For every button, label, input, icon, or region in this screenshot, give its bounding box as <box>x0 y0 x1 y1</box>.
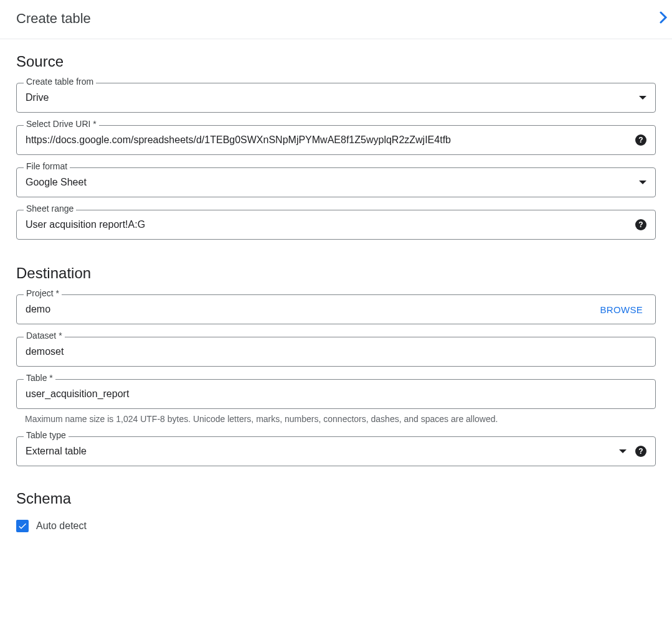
dropdown-arrow-icon <box>619 449 627 453</box>
create-table-from-field: Create table from Drive <box>16 83 656 113</box>
dialog-title: Create table <box>16 11 91 27</box>
table-type-label: Table type <box>24 430 69 440</box>
help-icon[interactable]: ? <box>635 219 646 230</box>
drive-uri-label: Select Drive URI * <box>24 119 99 129</box>
source-section-title: Source <box>16 53 656 70</box>
file-format-field: File format Google Sheet <box>16 167 656 197</box>
table-type-field: Table type External table ? <box>16 436 656 466</box>
expand-icon[interactable] <box>660 10 668 27</box>
create-table-from-label: Create table from <box>24 77 96 87</box>
dialog-header: Create table <box>0 0 672 39</box>
dataset-box <box>16 337 656 367</box>
schema-section: Schema Auto detect <box>16 490 656 532</box>
dataset-field: Dataset * <box>16 337 656 367</box>
table-type-value: External table <box>26 446 619 457</box>
destination-section-title: Destination <box>16 265 656 282</box>
project-field: Project * BROWSE <box>16 294 656 324</box>
file-format-value: Google Sheet <box>26 177 639 188</box>
table-label: Table * <box>24 373 55 383</box>
create-table-from-value: Drive <box>26 92 639 103</box>
sheet-range-input[interactable] <box>26 219 635 230</box>
auto-detect-label: Auto detect <box>36 520 87 532</box>
browse-button[interactable]: BROWSE <box>600 304 643 315</box>
file-format-select[interactable]: Google Sheet <box>16 167 656 197</box>
drive-uri-box: ? <box>16 125 656 155</box>
project-label: Project * <box>24 288 62 298</box>
help-icon[interactable]: ? <box>635 134 646 146</box>
drive-uri-field: Select Drive URI * ? <box>16 125 656 155</box>
project-input[interactable] <box>26 304 600 315</box>
table-field: Table * <box>16 379 656 409</box>
sheet-range-field: Sheet range ? <box>16 210 656 240</box>
dropdown-arrow-icon <box>639 96 646 100</box>
table-input[interactable] <box>26 388 646 400</box>
help-icon[interactable]: ? <box>635 446 646 457</box>
dataset-label: Dataset * <box>24 331 65 341</box>
checkmark-icon <box>17 521 27 531</box>
table-type-select[interactable]: External table ? <box>16 436 656 466</box>
table-helper-text: Maximum name size is 1,024 UTF-8 bytes. … <box>16 414 656 424</box>
sheet-range-label: Sheet range <box>24 204 76 214</box>
sheet-range-box: ? <box>16 210 656 240</box>
dialog-content: Source Create table from Drive Select Dr… <box>0 39 672 546</box>
table-box <box>16 379 656 409</box>
auto-detect-checkbox[interactable] <box>16 520 29 532</box>
file-format-label: File format <box>24 161 70 171</box>
auto-detect-row: Auto detect <box>16 520 656 532</box>
dataset-input[interactable] <box>26 346 646 357</box>
project-box: BROWSE <box>16 294 656 324</box>
destination-section: Destination Project * BROWSE Dataset * T… <box>16 265 656 466</box>
schema-section-title: Schema <box>16 490 656 507</box>
create-table-from-select[interactable]: Drive <box>16 83 656 113</box>
drive-uri-input[interactable] <box>26 134 635 146</box>
dropdown-arrow-icon <box>639 181 646 184</box>
